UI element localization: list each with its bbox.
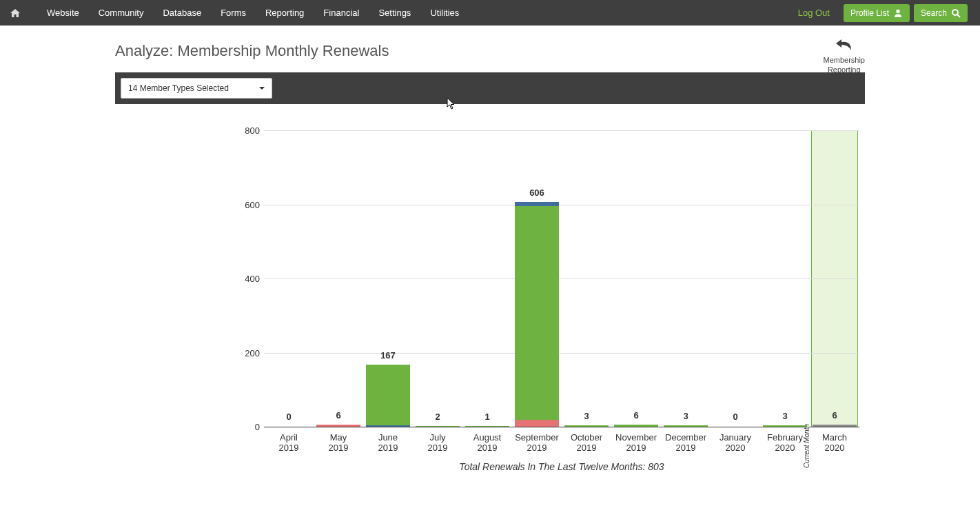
bar[interactable]: 606: [515, 202, 559, 427]
bar-segment: [515, 420, 559, 427]
back-label-line2: Reporting: [823, 65, 865, 74]
bar-value-label: 167: [366, 350, 410, 365]
xtick-label: May2019: [314, 432, 363, 453]
x-axis: [264, 427, 859, 427]
back-label-line1: Membership: [823, 56, 865, 64]
page-title: Analyze: Membership Monthly Renewals: [115, 42, 865, 60]
bar-segment: [813, 425, 857, 427]
bar[interactable]: 6: [316, 425, 360, 427]
xtick-label: November2019: [611, 432, 661, 453]
xtick-label: April2019: [264, 432, 314, 453]
filter-bar: 14 Member Types Selected: [115, 72, 865, 104]
member-types-select[interactable]: 14 Member Types Selected: [121, 78, 272, 99]
bar[interactable]: 0: [267, 426, 311, 427]
nav-settings[interactable]: Settings: [369, 0, 420, 26]
xtick-label: October2019: [562, 432, 611, 453]
bar-value-label: 3: [564, 411, 609, 425]
xtick-label: September2019: [512, 432, 562, 453]
profile-list-button[interactable]: Profile List: [844, 4, 910, 22]
bar[interactable]: 6: [813, 425, 857, 427]
xtick-label: August2019: [462, 432, 512, 453]
bar-segment: [515, 206, 559, 420]
svg-point-0: [896, 9, 899, 12]
membership-reporting-back[interactable]: Membership Reporting: [823, 37, 865, 74]
bar-value-label: 0: [267, 412, 311, 426]
xtick-label: December2019: [661, 432, 711, 453]
member-types-select-label: 14 Member Types Selected: [128, 83, 229, 93]
bar-value-label: 3: [763, 411, 807, 425]
home-icon[interactable]: [10, 7, 37, 19]
ytick-label: 800: [115, 125, 260, 136]
search-button[interactable]: Search: [914, 4, 968, 22]
bar-segment: [316, 425, 360, 427]
bar-segment: [515, 202, 559, 205]
bar-segment: [416, 426, 460, 427]
bar[interactable]: 2: [416, 426, 460, 427]
ytick-label: 600: [115, 199, 260, 210]
xtick-label: February2020: [760, 432, 810, 453]
bar-value-label: 1: [465, 412, 509, 426]
bar[interactable]: 3: [664, 425, 708, 427]
profile-list-label: Profile List: [850, 8, 889, 18]
bar-segment: [465, 426, 509, 427]
ytick-label: 400: [115, 274, 260, 284]
nav-forms[interactable]: Forms: [211, 0, 256, 26]
bar-segment: [614, 425, 658, 427]
bar[interactable]: 3: [564, 425, 609, 427]
bar-value-label: 6: [316, 410, 360, 425]
bar-value-label: 6: [813, 410, 857, 425]
bar-segment: [366, 425, 410, 427]
bar-value-label: 0: [713, 412, 757, 426]
search-icon: [951, 8, 961, 18]
ytick-label: 200: [115, 347, 260, 358]
bar-segment: [763, 425, 807, 427]
xtick-label: January2020: [711, 432, 760, 453]
logout-link[interactable]: Log Out: [798, 8, 830, 18]
plot-area: 0616721606363036: [264, 130, 859, 427]
bar[interactable]: 6: [614, 425, 658, 427]
nav-database[interactable]: Database: [153, 0, 211, 26]
chart: Current Month020040060080006167216063630…: [115, 125, 865, 511]
top-nav: Website Community Database Forms Reporti…: [0, 0, 980, 26]
svg-line-2: [957, 14, 960, 17]
ytick-label: 0: [115, 422, 260, 432]
bar-segment: [564, 425, 609, 427]
bar-segment: [366, 365, 410, 425]
bar[interactable]: 167: [366, 365, 410, 427]
xtick-label: March2020: [810, 432, 859, 453]
xtick-label: June2019: [363, 432, 413, 453]
nav-utilities[interactable]: Utilities: [420, 0, 469, 26]
nav-reporting[interactable]: Reporting: [256, 0, 314, 26]
bar[interactable]: 3: [763, 425, 807, 427]
chevron-down-icon: [259, 87, 265, 90]
search-label: Search: [921, 8, 947, 18]
nav-website[interactable]: Website: [37, 0, 89, 26]
bar[interactable]: 0: [713, 426, 757, 427]
nav-community[interactable]: Community: [89, 0, 154, 26]
bar-value-label: 606: [515, 187, 559, 202]
bar-value-label: 2: [416, 412, 460, 426]
chart-caption: Total Renewals In The Last Twelve Months…: [264, 461, 859, 472]
bar[interactable]: 1: [465, 426, 509, 427]
back-arrow-icon: [835, 37, 854, 52]
svg-point-1: [952, 10, 958, 15]
xtick-label: July2019: [413, 432, 462, 453]
bar-value-label: 6: [614, 410, 658, 425]
nav-financial[interactable]: Financial: [314, 0, 369, 26]
bar-value-label: 3: [664, 411, 708, 425]
user-icon: [893, 8, 903, 18]
bar-segment: [664, 425, 708, 427]
